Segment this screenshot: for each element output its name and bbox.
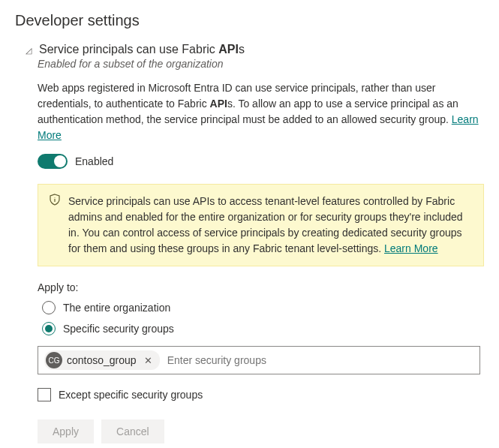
enabled-toggle[interactable] xyxy=(38,154,68,169)
except-checkbox-row[interactable]: Except specific security groups xyxy=(38,388,484,401)
groups-text-input[interactable] xyxy=(166,353,473,367)
expand-icon: ◿ xyxy=(26,46,32,56)
except-label: Except specific security groups xyxy=(59,389,203,401)
section-description: Web apps registered in Microsoft Entra I… xyxy=(38,80,484,143)
toggle-knob xyxy=(54,155,66,167)
apply-to-label: Apply to: xyxy=(38,281,484,293)
enabled-toggle-row: Enabled xyxy=(38,154,484,169)
button-row: Apply Cancel xyxy=(38,419,484,443)
info-text: Service principals can use APIs to acces… xyxy=(68,194,473,257)
group-chip: CG contoso_group ✕ xyxy=(44,350,160,370)
section-title-post: s xyxy=(239,43,245,56)
cancel-button[interactable]: Cancel xyxy=(101,419,164,443)
section-title-pre: Service principals can use Fabric xyxy=(39,43,218,56)
radio-label-entire-org: The entire organization xyxy=(63,302,170,314)
security-groups-input[interactable]: CG contoso_group ✕ xyxy=(38,346,480,374)
section-title-bold: API xyxy=(218,43,239,56)
page-title: Developer settings xyxy=(15,12,484,29)
shield-info-icon xyxy=(49,194,61,257)
radio-icon xyxy=(42,301,56,314)
chip-remove-icon[interactable]: ✕ xyxy=(141,355,155,366)
section-subtitle: Enabled for a subset of the organization xyxy=(38,58,484,70)
section-header[interactable]: ◿ Service principals can use Fabric APIs xyxy=(26,43,484,56)
group-avatar: CG xyxy=(46,352,62,368)
radio-specific-groups[interactable]: Specific security groups xyxy=(42,322,484,335)
radio-entire-org[interactable]: The entire organization xyxy=(42,301,484,314)
desc-bold: API xyxy=(210,98,227,110)
radio-label-specific-groups: Specific security groups xyxy=(63,323,174,335)
apply-button[interactable]: Apply xyxy=(38,419,94,443)
info-learn-more-link[interactable]: Learn More xyxy=(384,242,438,254)
except-checkbox[interactable] xyxy=(38,388,51,401)
radio-icon-selected xyxy=(42,322,56,335)
group-chip-label: contoso_group xyxy=(67,354,137,366)
section-title: Service principals can use Fabric APIs xyxy=(39,43,245,56)
setting-section: ◿ Service principals can use Fabric APIs… xyxy=(26,43,484,443)
info-banner: Service principals can use APIs to acces… xyxy=(38,184,484,266)
enabled-label: Enabled xyxy=(75,155,113,167)
